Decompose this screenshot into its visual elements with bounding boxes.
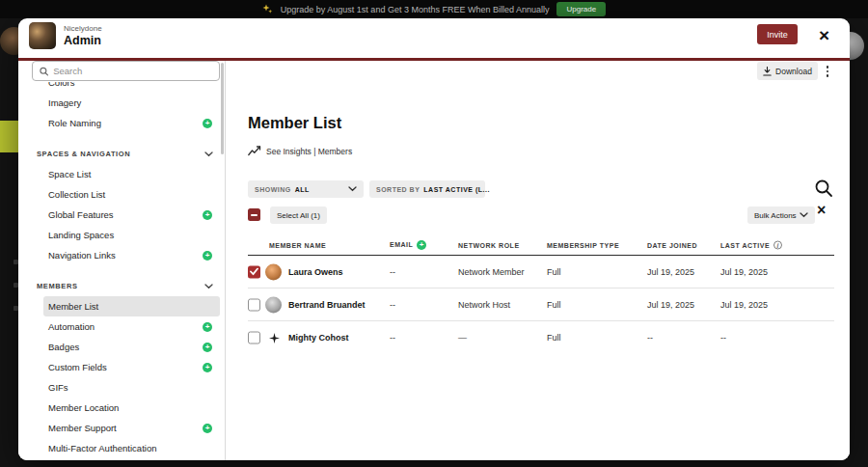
select-all-button[interactable]: Select All (1) <box>270 206 327 224</box>
plus-icon: + <box>203 363 212 372</box>
sidebar-item-member-support[interactable]: Member Support+ <box>18 418 225 438</box>
table-header: MEMBER NAMEEMAIL+NETWORK ROLEMEMBERSHIP … <box>248 234 834 256</box>
sidebar-item-role-naming[interactable]: Role Naming+ <box>18 113 225 133</box>
sparkle-icon <box>262 4 273 14</box>
invite-button[interactable]: Invite <box>757 24 798 44</box>
table-row[interactable]: Mighty Cohost--—Full---- <box>248 321 834 354</box>
chevron-down-icon <box>348 186 357 192</box>
check-icon <box>250 268 258 276</box>
bulk-actions-button[interactable]: Bulk Actions <box>747 206 815 224</box>
sidebar-item-global-features[interactable]: Global Features+ <box>18 205 225 225</box>
showing-value: ALL <box>295 186 310 193</box>
row-checkbox[interactable] <box>248 332 260 344</box>
plus-icon: + <box>203 210 212 220</box>
sidebar-section-members[interactable]: MEMBERS <box>18 276 225 296</box>
row-checkbox[interactable] <box>248 298 260 311</box>
table-row[interactable]: Laura Owens--Network MemberFullJul 19, 2… <box>248 256 834 288</box>
select-all-checkbox[interactable] <box>248 208 260 221</box>
member-name[interactable]: Laura Owens <box>288 267 343 277</box>
download-button[interactable]: Download <box>757 62 818 80</box>
column-header-last-active[interactable]: LAST ACTIVEi <box>720 240 782 249</box>
member-name[interactable]: Bertrand Bruandet <box>288 300 366 310</box>
search-icon[interactable] <box>814 179 833 202</box>
showing-label: SHOWING <box>255 186 291 193</box>
plus-icon: + <box>203 424 212 433</box>
member-avatar <box>265 263 282 280</box>
column-header-membership-type[interactable]: MEMBERSHIP TYPE <box>547 241 619 248</box>
cell-email: -- <box>390 300 395 310</box>
spark-icon <box>269 333 280 343</box>
scrollbar-thumb[interactable] <box>221 63 224 154</box>
plus-icon: + <box>203 251 212 261</box>
kebab-menu-icon[interactable] <box>823 64 832 79</box>
sorted-by-filter-dropdown[interactable]: SORTED BY LAST ACTIVE (L... <box>369 180 485 198</box>
cell-membership-type: Full <box>547 333 561 343</box>
column-header-network-role[interactable]: NETWORK ROLE <box>458 241 520 248</box>
page-title: Member List <box>248 114 341 132</box>
upgrade-button[interactable]: Upgrade <box>556 2 606 16</box>
sidebar-item-imagery[interactable]: Imagery <box>18 93 225 113</box>
member-table: MEMBER NAMEEMAIL+NETWORK ROLEMEMBERSHIP … <box>248 234 834 354</box>
promo-banner: Upgrade by August 1st and Get 3 Months F… <box>0 0 868 18</box>
sidebar-list: ColorsImageryRole Naming+SPACES & NAVIGA… <box>18 72 225 460</box>
workspace-name: Nicelydone <box>64 24 102 33</box>
chevron-down-icon <box>800 212 808 218</box>
search-input[interactable] <box>53 66 212 76</box>
cell-membership-type: Full <box>547 300 561 310</box>
sidebar-item-multi-factor-authentication[interactable]: Multi-Factor Authentication <box>18 438 225 458</box>
bot-avatar-icon <box>268 332 280 343</box>
download-label: Download <box>775 67 812 76</box>
sidebar-search[interactable] <box>32 61 220 81</box>
close-selection-icon[interactable]: × <box>817 202 826 219</box>
cell-date-joined: Jul 19, 2025 <box>647 300 694 310</box>
sorted-by-label: SORTED BY <box>376 186 420 193</box>
column-header-member-name[interactable]: MEMBER NAME <box>269 241 326 248</box>
background-nav-highlight <box>0 121 18 152</box>
sidebar-item-automation[interactable]: Automation+ <box>18 316 225 337</box>
sidebar-item-space-list[interactable]: Space List <box>18 164 225 184</box>
plus-icon: + <box>417 240 426 250</box>
showing-filter-dropdown[interactable]: SHOWING ALL <box>248 180 364 198</box>
cell-network-role: — <box>458 333 467 343</box>
sidebar-item-gifs[interactable]: GIFs <box>18 377 225 398</box>
cell-membership-type: Full <box>547 267 561 277</box>
sidebar-item-collection-list[interactable]: Collection List <box>18 184 225 205</box>
chevron-down-icon <box>204 284 213 289</box>
column-header-email[interactable]: EMAIL+ <box>390 240 426 250</box>
cell-network-role: Network Member <box>458 267 525 277</box>
sidebar-item-navigation-links[interactable]: Navigation Links+ <box>18 245 225 265</box>
sidebar-item-landing-spaces[interactable]: Landing Spaces <box>18 225 225 245</box>
cell-last-active: Jul 19, 2025 <box>720 300 768 310</box>
cell-last-active: Jul 19, 2025 <box>720 267 768 277</box>
modal-header: Nicelydone Admin Invite × <box>18 18 850 58</box>
insights-link[interactable]: See Insights | Members <box>248 146 352 156</box>
workspace-avatar <box>29 22 56 49</box>
table-row[interactable]: Bertrand Bruandet--Network HostFullJul 1… <box>248 288 834 321</box>
table-body: Laura Owens--Network MemberFullJul 19, 2… <box>248 256 834 354</box>
member-list-panel: Download Member List See Insights | Memb… <box>226 61 850 460</box>
modal-title: Admin <box>64 34 101 47</box>
sorted-by-value: LAST ACTIVE (L... <box>423 186 490 193</box>
sidebar-item-member-list[interactable]: Member List <box>43 296 220 316</box>
plus-icon: + <box>203 343 212 352</box>
column-header-date-joined[interactable]: DATE JOINED <box>647 241 697 248</box>
insights-label: See Insights | Members <box>266 147 352 156</box>
select-all-label: Select All (1) <box>277 211 320 220</box>
settings-sidebar: ColorsImageryRole Naming+SPACES & NAVIGA… <box>18 61 226 460</box>
info-icon: i <box>773 240 782 249</box>
cell-email: -- <box>390 333 395 343</box>
sidebar-item-badges[interactable]: Badges+ <box>18 337 225 357</box>
sidebar-search-area <box>18 61 225 82</box>
banner-text: Upgrade by August 1st and Get 3 Months F… <box>281 5 550 14</box>
cell-date-joined: -- <box>647 333 653 343</box>
chart-icon <box>248 146 261 156</box>
close-icon[interactable]: × <box>819 23 829 49</box>
member-name[interactable]: Mighty Cohost <box>288 333 349 343</box>
sidebar-item-member-location[interactable]: Member Location <box>18 398 225 418</box>
sidebar-item-custom-fields[interactable]: Custom Fields+ <box>18 357 225 377</box>
row-checkbox[interactable] <box>248 265 260 278</box>
sidebar-section-spaces-navigation[interactable]: SPACES & NAVIGATION <box>18 144 225 164</box>
search-icon <box>40 67 48 76</box>
admin-modal: Nicelydone Admin Invite × ColorsImageryR… <box>18 18 850 460</box>
cell-email: -- <box>390 267 395 277</box>
